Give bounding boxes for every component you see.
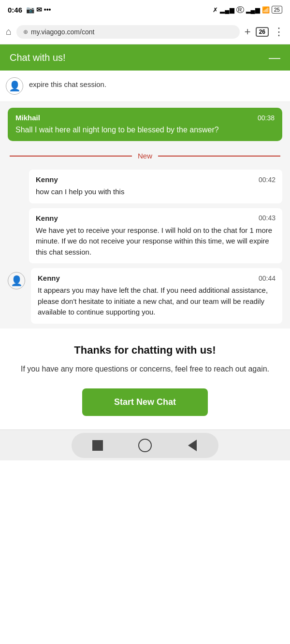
divider-line-left <box>10 156 132 157</box>
user-icon: 👤 <box>9 80 21 92</box>
stop-button[interactable] <box>86 436 109 455</box>
battery-icon: 25 <box>272 6 282 14</box>
kenny-header-2: Kenny 00:43 <box>36 214 276 222</box>
kenny-time-3: 00:44 <box>259 274 276 282</box>
new-messages-divider: New <box>0 147 290 165</box>
chat-header-title: Chat with us! <box>10 52 66 63</box>
home-icon[interactable]: ⌂ <box>6 26 12 37</box>
url-text: my.viagogo.com/cont <box>31 28 94 36</box>
lock-icon: ⊕ <box>23 29 28 35</box>
home-button[interactable] <box>133 436 157 455</box>
url-bar[interactable]: ⊕ my.viagogo.com/cont <box>16 25 240 39</box>
tab-count[interactable]: 26 <box>256 27 269 37</box>
kenny-name-2: Kenny <box>36 214 58 222</box>
kenny-header-3: Kenny 00:44 <box>38 274 276 282</box>
r-icon: R <box>236 6 244 13</box>
mikhail-bubble-header: Mikhail 00:38 <box>15 114 275 122</box>
kenny-name-1: Kenny <box>36 175 58 184</box>
mikhail-text: Shall I wait here all night long to be b… <box>15 125 275 135</box>
kenny-time-2: 00:43 <box>259 214 276 222</box>
thanks-section: Thanks for chatting with us! If you have… <box>0 329 290 429</box>
kenny-text-3: It appears you may have left the chat. I… <box>38 285 276 318</box>
kenny-time-1: 00:42 <box>259 176 276 184</box>
kenny-text-1: how can I help you with this <box>36 186 276 198</box>
add-tab-icon[interactable]: + <box>245 26 251 38</box>
kenny-name-3: Kenny <box>38 274 60 282</box>
kenny-header-1: Kenny 00:42 <box>36 175 276 184</box>
status-icons: 📷 ✉ ••• <box>26 6 51 14</box>
back-arrow-icon <box>188 440 197 451</box>
minimize-button[interactable]: — <box>269 52 280 63</box>
wifi-icon: 📶 <box>262 6 270 14</box>
system-message-text: expire this chat session. <box>29 77 106 88</box>
kenny-message-1: Kenny 00:42 how can I help you with this <box>29 170 282 203</box>
kenny-message-3: Kenny 00:44 It appears you may have left… <box>31 268 282 324</box>
kenny-message-3-wrap: 👤 Kenny 00:44 It appears you may have le… <box>8 268 282 324</box>
browser-bar: ⌂ ⊕ my.viagogo.com/cont + 26 ⋮ <box>0 19 290 44</box>
status-bar: 0:46 📷 ✉ ••• ✗ ▂▄▆ R ▂▄▆ 📶 25 <box>0 0 290 19</box>
divider-label: New <box>138 152 152 160</box>
time-display: 0:46 <box>8 6 22 14</box>
thanks-title: Thanks for chatting with us! <box>12 344 278 357</box>
thanks-subtitle: If you have any more questions or concer… <box>12 363 278 375</box>
home-circle-icon <box>138 439 152 452</box>
mikhail-message-bubble: Mikhail 00:38 Shall I wait here all nigh… <box>8 108 282 141</box>
system-avatar: 👤 <box>6 77 23 95</box>
kenny-text-2: We have yet to receive your response. I … <box>36 225 276 258</box>
signal2-icon: ▂▄▆ <box>246 6 260 14</box>
kenny-message-2: Kenny 00:43 We have yet to receive your … <box>29 208 282 264</box>
kenny-avatar-3: 👤 <box>8 272 25 289</box>
bottom-nav <box>0 429 290 460</box>
more-options-icon[interactable]: ⋮ <box>274 26 284 38</box>
divider-line-right <box>158 156 280 157</box>
mikhail-name: Mikhail <box>15 114 40 122</box>
back-button[interactable] <box>181 436 204 455</box>
start-new-chat-button[interactable]: Start New Chat <box>82 388 208 416</box>
nav-pill <box>72 433 218 458</box>
system-message: 👤 expire this chat session. <box>0 71 290 102</box>
chat-content-area: 👤 expire this chat session. Mikhail 00:3… <box>0 71 290 429</box>
status-time: 0:46 📷 ✉ ••• <box>8 6 51 14</box>
user-icon-3: 👤 <box>11 275 23 286</box>
browser-actions: + 26 ⋮ <box>245 26 284 38</box>
status-right-icons: ✗ ▂▄▆ R ▂▄▆ 📶 25 <box>213 6 282 14</box>
chat-header: Chat with us! — <box>0 44 290 71</box>
stop-icon <box>92 440 103 451</box>
bluetooth-icon: ✗ <box>213 6 218 14</box>
mikhail-time: 00:38 <box>258 114 275 122</box>
signal-icon: ▂▄▆ <box>220 6 234 14</box>
